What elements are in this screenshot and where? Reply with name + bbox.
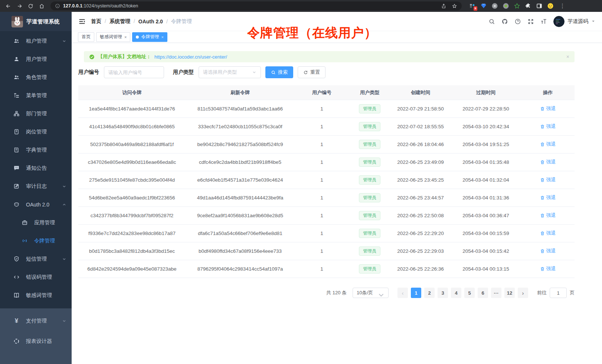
- app-logo[interactable]: 芋道管理系统: [0, 12, 72, 31]
- trash-icon: [540, 267, 545, 271]
- tab-1[interactable]: 敏感词管理 ×: [96, 32, 130, 42]
- site-info-icon[interactable]: [55, 3, 60, 9]
- page-size-select[interactable]: 10条/页: [353, 288, 389, 298]
- page-button-1[interactable]: 1: [411, 288, 421, 298]
- col-expires: 过期时间: [451, 89, 521, 96]
- force-logout-button[interactable]: 强退: [540, 123, 556, 130]
- search-icon[interactable]: [488, 18, 495, 25]
- page-button-4[interactable]: 4: [451, 288, 461, 298]
- tab-0[interactable]: 首页 ×: [78, 32, 94, 42]
- tab-close-icon[interactable]: ×: [124, 35, 127, 39]
- sidebar-item-12[interactable]: 短信管理: [0, 250, 72, 268]
- force-logout-button[interactable]: 强退: [540, 248, 556, 254]
- sidebar-item-5[interactable]: 岗位管理: [0, 123, 72, 141]
- col-refresh-token: 刷新令牌: [186, 89, 295, 96]
- sidebar-toggle-icon[interactable]: [536, 3, 543, 9]
- goto-page-input[interactable]: [550, 288, 567, 298]
- breadcrumb-system[interactable]: 系统管理: [109, 18, 135, 25]
- devtools-icon[interactable]: 9: [469, 3, 476, 9]
- page-button-2[interactable]: 2: [424, 288, 435, 298]
- chevron-icon: [62, 184, 66, 189]
- tab-2[interactable]: 令牌管理 ×: [132, 32, 167, 42]
- user-id-input[interactable]: [104, 66, 164, 78]
- sms-icon: [13, 256, 20, 262]
- user-type-select[interactable]: 请选择用户类型: [199, 66, 261, 78]
- force-logout-button[interactable]: 强退: [540, 212, 556, 219]
- browser-reload-button[interactable]: [26, 1, 35, 10]
- emoji-avatar-icon[interactable]: [547, 3, 554, 9]
- page-ellipsis-button[interactable]: ···: [491, 288, 501, 298]
- force-logout-button[interactable]: 强退: [540, 176, 556, 183]
- force-logout-button[interactable]: 强退: [540, 159, 556, 165]
- github-icon[interactable]: [501, 18, 508, 25]
- doc-link[interactable]: https://doc.iocoder.cn/user-center/: [154, 54, 227, 60]
- app-title: 芋道管理系统: [26, 18, 60, 25]
- force-logout-button[interactable]: 强退: [540, 230, 556, 236]
- page-button-3[interactable]: 3: [438, 288, 448, 298]
- user-menu[interactable]: 芋道源码: [553, 16, 595, 27]
- sidebar-item-16[interactable]: 报表设计器: [0, 331, 72, 351]
- force-logout-button[interactable]: 强退: [540, 141, 556, 148]
- browser-forward-button[interactable]: [15, 1, 24, 10]
- sidebar-item-11[interactable]: 令牌管理: [0, 232, 72, 250]
- tab-close-icon[interactable]: ×: [161, 35, 163, 39]
- share-icon[interactable]: [441, 3, 446, 9]
- browser-back-button[interactable]: [4, 1, 13, 10]
- browser-home-button[interactable]: [37, 1, 46, 10]
- breadcrumb-home[interactable]: 首页: [91, 18, 106, 25]
- trash-icon: [540, 142, 545, 147]
- sidebar-item-8[interactable]: 审计日志: [0, 177, 72, 195]
- tabs-bar: 首页 × 敏感词管理 × 令牌管理 ×: [72, 31, 602, 43]
- username: 芋道源码: [567, 18, 588, 25]
- force-logout-button[interactable]: 强退: [540, 265, 556, 272]
- sidebar-item-14[interactable]: 敏感词管理: [0, 286, 72, 304]
- dept-icon: [13, 110, 20, 117]
- force-logout-button[interactable]: 强退: [540, 105, 556, 112]
- reset-button[interactable]: 重置: [298, 66, 325, 78]
- sidebar-item-3[interactable]: 菜单管理: [0, 86, 72, 105]
- page-button-12[interactable]: 12: [504, 288, 515, 298]
- sidebar-item-6[interactable]: 字典管理: [0, 141, 72, 159]
- green-star-icon[interactable]: [514, 3, 520, 9]
- sidebar-item-9[interactable]: OAuth 2.0: [0, 195, 72, 214]
- sidebar-collapse-icon[interactable]: [78, 18, 86, 25]
- logo-rabbit-avatar: [12, 16, 23, 27]
- breadcrumb-oauth[interactable]: OAuth 2.0: [138, 19, 168, 24]
- sidebar-item-4[interactable]: 部门管理: [0, 105, 72, 123]
- session-icon[interactable]: [491, 3, 498, 9]
- help-icon[interactable]: [514, 18, 521, 25]
- sidebar-item-7[interactable]: 通知公告: [0, 159, 72, 177]
- menu-tree-icon: [13, 92, 20, 99]
- sidebar-item-1[interactable]: 用户管理: [0, 50, 72, 68]
- user-type-tag: 管理员: [359, 140, 380, 149]
- browser-menu-icon[interactable]: ⋮: [560, 3, 565, 9]
- total-count: 共 120 条: [326, 289, 347, 296]
- bookmark-star-icon[interactable]: [452, 3, 457, 9]
- sidebar-item-13[interactable]: 错误码管理: [0, 268, 72, 286]
- page-button-5[interactable]: 5: [464, 288, 475, 298]
- force-logout-button[interactable]: 强退: [540, 194, 556, 201]
- role-icon: [13, 74, 20, 80]
- sidebar-item-10[interactable]: 应用管理: [0, 214, 72, 232]
- gem-icon[interactable]: [480, 3, 487, 9]
- col-access-token: 访问令牌: [78, 89, 186, 96]
- sidebar-item-0[interactable]: 租户管理: [0, 32, 72, 50]
- page-header: 首页 系统管理 OAuth 2.0 令牌管理 芋道源码: [72, 12, 602, 31]
- prev-page-button[interactable]: ‹: [397, 288, 408, 298]
- trash-icon: [540, 231, 545, 236]
- font-size-icon[interactable]: [540, 18, 547, 25]
- alert-close-icon[interactable]: ×: [566, 54, 569, 60]
- address-bar[interactable]: 127.0.0.1:1024/system/oauth2/token: [50, 1, 462, 10]
- sidebar-item-15[interactable]: ¥ 支付管理: [0, 311, 72, 331]
- chevron-down-icon: [591, 19, 595, 23]
- next-page-button[interactable]: ›: [518, 288, 528, 298]
- recorder-icon[interactable]: [503, 3, 509, 9]
- sidebar-item-2[interactable]: 角色管理: [0, 68, 72, 86]
- page-button-6[interactable]: 6: [478, 288, 488, 298]
- user-type-tag: 管理员: [359, 104, 380, 113]
- search-button[interactable]: 搜索: [265, 66, 293, 78]
- fullscreen-icon[interactable]: [527, 18, 534, 25]
- puzzle-extensions-icon[interactable]: [525, 3, 531, 9]
- search-icon: [271, 70, 276, 75]
- sensitive-word-icon: [13, 292, 20, 298]
